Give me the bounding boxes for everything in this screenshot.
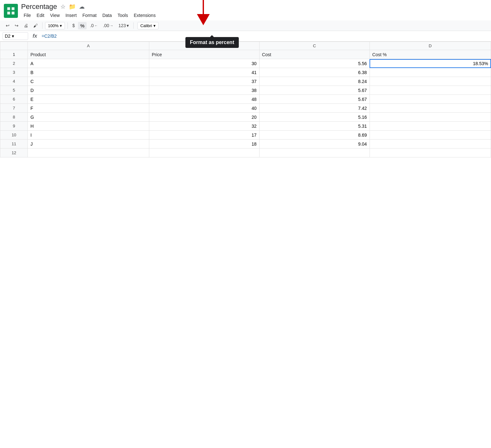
cell-d6[interactable] [370,95,491,104]
cell-c8[interactable]: 5.16 [259,113,370,122]
increase-arrow-icon: → [110,24,113,27]
cell-b11[interactable]: 18 [149,140,259,148]
toolbar-wrapper: ↩ ↪ 🖨 🖌 100% ▾ $ % .0 ← .00 → 123 ▾ [0,20,491,31]
cell-a9[interactable]: H [28,122,149,131]
menu-format[interactable]: Format [80,11,99,19]
cell-d1[interactable]: Cost % [370,50,491,59]
cell-c6[interactable]: 5.67 [259,95,370,104]
title-row: Percentage ☆ 📁 ☁ [21,3,158,11]
cell-b8[interactable]: 20 [149,113,259,122]
fx-icon: fx [31,33,39,39]
menu-edit[interactable]: Edit [34,11,47,19]
cell-d11[interactable] [370,140,491,148]
cell-a1[interactable]: Product [28,50,149,59]
cell-b2[interactable]: 30 [149,59,259,68]
cell-a3[interactable]: B [28,68,149,77]
cell-b5[interactable]: 38 [149,86,259,95]
cell-ref-dropdown-icon: ▾ [12,34,14,39]
cell-a11[interactable]: J [28,140,149,148]
cell-d8[interactable] [370,113,491,122]
cell-b12[interactable] [149,148,259,157]
cell-b10[interactable]: 17 [149,131,259,140]
table-row: 6 E 48 5.67 [0,95,491,104]
number-format-button[interactable]: 123 ▾ [117,22,131,29]
menu-insert[interactable]: Insert [63,11,79,19]
folder-icon[interactable]: 📁 [69,3,76,10]
cell-d9[interactable] [370,122,491,131]
print-button[interactable]: 🖨 [22,22,30,29]
col-header-a[interactable]: A [28,42,149,50]
currency-button[interactable]: $ [70,22,77,29]
cell-c3[interactable]: 6.38 [259,68,370,77]
menu-file[interactable]: File [21,11,34,19]
cell-b9[interactable]: 32 [149,122,259,131]
decrease-arrow-icon: ← [94,24,98,27]
cell-a7[interactable]: F [28,104,149,113]
cell-a8[interactable]: G [28,113,149,122]
menu-extensions[interactable]: Extensions [131,11,158,19]
cell-b6[interactable]: 48 [149,95,259,104]
cloud-icon[interactable]: ☁ [79,3,85,10]
cell-d5[interactable] [370,86,491,95]
decimal-decrease-label: .0 [90,23,94,28]
doc-title[interactable]: Percentage [21,3,57,11]
cell-d12[interactable] [370,148,491,157]
cell-a4[interactable]: C [28,77,149,86]
undo-button[interactable]: ↩ [4,22,12,29]
zoom-selector[interactable]: 100% ▾ [45,22,65,29]
cell-d2[interactable]: 18.53% [370,59,491,68]
row-num-9: 9 [0,122,28,131]
cell-b7[interactable]: 40 [149,104,259,113]
cell-c5[interactable]: 5.67 [259,86,370,95]
cell-c1[interactable]: Cost [259,50,370,59]
paint-format-button[interactable]: 🖌 [31,22,40,29]
menu-view[interactable]: View [48,11,62,19]
col-header-c[interactable]: C [259,42,370,50]
star-icon[interactable]: ☆ [60,3,66,10]
cell-d7[interactable] [370,104,491,113]
col-header-d[interactable]: D [370,42,491,50]
cell-reference[interactable]: D2 ▾ [3,32,28,40]
table-row: 11 J 18 9.04 [0,140,491,148]
menu-data[interactable]: Data [100,11,114,19]
cell-b1[interactable]: Price [149,50,259,59]
cell-a10[interactable]: I [28,131,149,140]
cell-a2[interactable]: A [28,59,149,68]
font-selector[interactable]: Calibri ▾ [137,22,159,29]
spreadsheet: A B C D 1 Product Price Cost Cost % 2 A … [0,42,491,157]
cell-d3[interactable] [370,68,491,77]
cell-c2[interactable]: 5.56 [259,59,370,68]
cell-c12[interactable] [259,148,370,157]
cell-b4[interactable]: 37 [149,77,259,86]
cell-c7[interactable]: 7.42 [259,104,370,113]
row-num-2: 2 [0,59,28,68]
row-num-3: 3 [0,68,28,77]
cell-a5[interactable]: D [28,86,149,95]
cell-c11[interactable]: 9.04 [259,140,370,148]
cell-a6[interactable]: E [28,95,149,104]
row-num-11: 11 [0,140,28,148]
svg-rect-2 [7,12,10,15]
cell-b3[interactable]: 41 [149,68,259,77]
cell-c4[interactable]: 8.24 [259,77,370,86]
number-format-dropdown-icon: ▾ [127,23,129,28]
number-format-label: 123 [119,23,126,28]
cell-a12[interactable] [28,148,149,157]
formula-bar: D2 ▾ fx [0,31,491,42]
cell-c10[interactable]: 8.69 [259,131,370,140]
decimal-decrease-button[interactable]: .0 ← [88,22,100,29]
cell-d4[interactable] [370,77,491,86]
table-row: 1 Product Price Cost Cost % [0,50,491,59]
decimal-increase-button[interactable]: .00 → [101,22,115,29]
menu-tools[interactable]: Tools [115,11,131,19]
row-num-5: 5 [0,86,28,95]
spreadsheet-table: A B C D 1 Product Price Cost Cost % 2 A … [0,42,491,157]
toolbar-divider-3 [133,22,134,29]
cell-d10[interactable] [370,131,491,140]
redo-button[interactable]: ↪ [13,22,20,29]
row-num-10: 10 [0,131,28,140]
row-num-1: 1 [0,50,28,59]
formula-input[interactable] [42,34,488,39]
cell-c9[interactable]: 5.31 [259,122,370,131]
percent-format-button[interactable]: % [78,22,87,29]
